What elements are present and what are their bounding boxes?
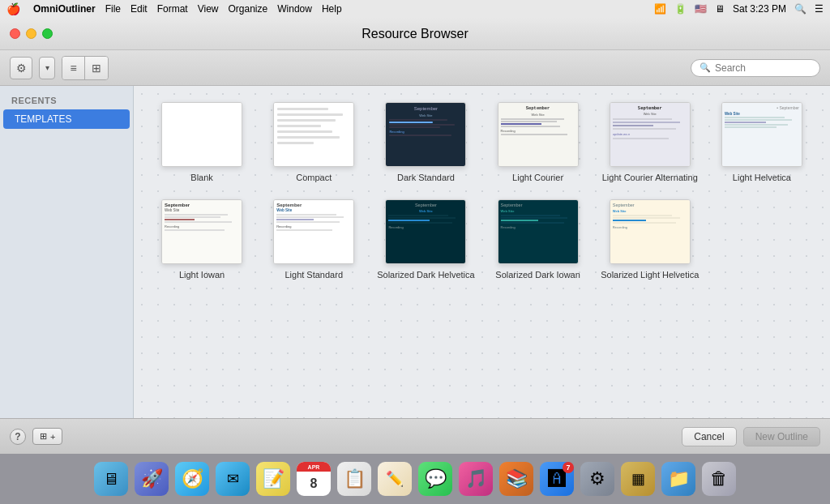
template-sol-light-helv-label: Solarized Light Helvetica — [601, 269, 699, 280]
toolbar: ⚙ ▾ ≡ ⊞ 🔍 — [0, 50, 830, 86]
safari-icon: 🧭 — [182, 468, 203, 489]
template-blank-thumb — [161, 102, 242, 167]
template-light-courier[interactable]: September Web Site Recording Light Couri… — [486, 102, 590, 183]
menu-file[interactable]: File — [105, 3, 121, 15]
dock-safari[interactable]: 🧭 — [173, 460, 211, 498]
dock-calendar[interactable]: APR 8 — [295, 460, 332, 498]
grid-view-button[interactable]: ⊞ — [85, 57, 108, 79]
menu-format[interactable]: Format — [157, 3, 188, 15]
list-icon: ≡ — [70, 62, 76, 75]
dock-finder[interactable]: 🖥 — [92, 460, 130, 498]
template-grid: Blank Com — [150, 102, 814, 281]
grid-icon: ⊞ — [92, 62, 101, 75]
dock-messages[interactable]: 💬 — [417, 460, 454, 498]
bottom-right-buttons: Cancel New Outline — [682, 427, 820, 446]
calendar-month-label: APR — [308, 464, 320, 470]
dock-appstore[interactable]: 🅰 7 — [538, 460, 575, 498]
appstore-badge: 7 — [563, 462, 574, 473]
template-sol-dark-helv[interactable]: September Web Site Recording Solarized D… — [374, 199, 477, 280]
template-dark-standard-thumb: September Web Site Recording — [385, 102, 466, 167]
menubar: 🍎 OmniOutliner File Edit Format View Org… — [0, 0, 830, 18]
apple-menu[interactable]: 🍎 — [6, 2, 20, 15]
titlebar: Resource Browser — [0, 18, 830, 50]
menu-view[interactable]: View — [198, 3, 219, 15]
template-light-standard-thumb: September Web Site Recording — [273, 199, 354, 264]
wifi-icon: 📶 — [654, 3, 666, 15]
sysprefs-icon: ⚙ — [589, 468, 605, 489]
sidebar: RECENTS TEMPLATES — [0, 86, 134, 418]
dock-trash[interactable]: 🗑 — [700, 460, 738, 498]
help-button[interactable]: ? — [10, 429, 26, 445]
template-light-standard[interactable]: September Web Site Recording Light Stand… — [262, 199, 366, 280]
flag-icon: 🇺🇸 — [695, 3, 707, 15]
template-light-courier-thumb: September Web Site Recording — [498, 102, 579, 167]
template-blank-label: Blank — [190, 172, 213, 183]
template-light-iowan-thumb: September Web Site Recording — [161, 199, 242, 264]
dock-reminders[interactable]: 📋 — [336, 460, 373, 498]
screen-icon: 🖥 — [715, 3, 725, 15]
template-blank[interactable]: Blank — [150, 102, 254, 183]
gear-icon: ⚙ — [16, 62, 27, 75]
template-sol-light-helv-thumb: September Web Site Recording — [610, 199, 691, 264]
resource-browser-window: Resource Browser ⚙ ▾ ≡ ⊞ 🔍 RECENTS TEMPL… — [0, 18, 830, 454]
omnioutliner-icon: ▦ — [631, 470, 645, 488]
gear-button[interactable]: ⚙ — [10, 57, 32, 79]
search-icon: 🔍 — [700, 62, 711, 73]
bottom-bar: ? ⊞ + Cancel New Outline — [0, 418, 830, 454]
dock-launchpad[interactable]: 🚀 — [133, 460, 170, 498]
search-input[interactable] — [715, 62, 811, 74]
mail-icon: ✉ — [227, 470, 239, 488]
menu-icon[interactable]: ☰ — [815, 3, 824, 15]
template-sol-dark-iowan[interactable]: September Web Site Recording Solarized D… — [486, 199, 590, 280]
dock-notes[interactable]: 📝 — [255, 460, 292, 498]
template-light-courier-alt[interactable]: September Web Site update.wc.n Light Cou… — [598, 102, 702, 183]
close-button[interactable] — [10, 28, 20, 39]
menu-organize[interactable]: Organize — [229, 3, 268, 15]
content-area: Blank Com — [134, 86, 830, 418]
freeform-icon: ✏️ — [386, 470, 404, 488]
template-light-helvetica[interactable]: • September Web Site Light Helvetica — [710, 102, 814, 183]
add-label: + — [50, 432, 55, 442]
dock-sysprefs[interactable]: ⚙ — [579, 460, 616, 498]
add-button[interactable]: ⊞ + — [32, 428, 62, 445]
folder-icon: 📁 — [668, 468, 690, 489]
dock-music[interactable]: 🎵 — [457, 460, 494, 498]
menu-edit[interactable]: Edit — [130, 3, 148, 15]
menubar-right: 📶 🔋 🇺🇸 🖥 Sat 3:23 PM 🔍 ☰ — [654, 3, 824, 15]
template-sol-dark-helv-thumb: September Web Site Recording — [385, 199, 466, 264]
reminders-icon: 📋 — [344, 468, 366, 489]
search-icon[interactable]: 🔍 — [794, 3, 806, 15]
list-view-button[interactable]: ≡ — [62, 57, 85, 79]
dock: 🖥 🚀 🧭 ✉ 📝 APR 8 📋 — [0, 454, 830, 504]
cancel-button[interactable]: Cancel — [682, 427, 736, 446]
maximize-button[interactable] — [42, 28, 53, 39]
new-outline-button[interactable]: New Outline — [743, 427, 820, 446]
template-dark-standard-label: Dark Standard — [397, 172, 455, 183]
menu-window[interactable]: Window — [277, 3, 312, 15]
dock-freeform[interactable]: ✏️ — [376, 460, 413, 498]
messages-icon: 💬 — [425, 468, 447, 489]
battery-icon: 🔋 — [674, 3, 687, 15]
template-light-courier-alt-label: Light Courier Alternating — [602, 172, 698, 183]
template-light-helvetica-label: Light Helvetica — [733, 172, 791, 183]
template-dark-standard[interactable]: September Web Site Recording Dark Standa… — [374, 102, 477, 183]
template-light-iowan-label: Light Iowan — [179, 269, 225, 280]
menu-help[interactable]: Help — [322, 3, 342, 15]
dock-finder2[interactable]: 📁 — [660, 460, 697, 498]
music-icon: 🎵 — [465, 468, 487, 489]
chevron-down-icon: ▾ — [45, 63, 49, 72]
books-icon: 📚 — [506, 468, 528, 489]
template-light-iowan[interactable]: September Web Site Recording Light Iowan — [150, 199, 254, 280]
minimize-button[interactable] — [26, 28, 36, 39]
template-compact[interactable]: Compact — [262, 102, 366, 183]
body: RECENTS TEMPLATES Blank — [0, 86, 830, 418]
gear-dropdown-button[interactable]: ▾ — [39, 57, 55, 79]
app-name[interactable]: OmniOutliner — [33, 3, 96, 15]
dock-books[interactable]: 📚 — [498, 460, 535, 498]
dock-omnioutliner[interactable]: ▦ — [619, 460, 657, 498]
template-sol-dark-helv-label: Solarized Dark Helvetica — [377, 269, 474, 280]
template-sol-light-helv[interactable]: September Web Site Recording Solarized L… — [598, 199, 702, 280]
sidebar-item-templates[interactable]: TEMPLATES — [3, 109, 130, 129]
dock-mail[interactable]: ✉ — [214, 460, 251, 498]
template-light-courier-label: Light Courier — [512, 172, 563, 183]
